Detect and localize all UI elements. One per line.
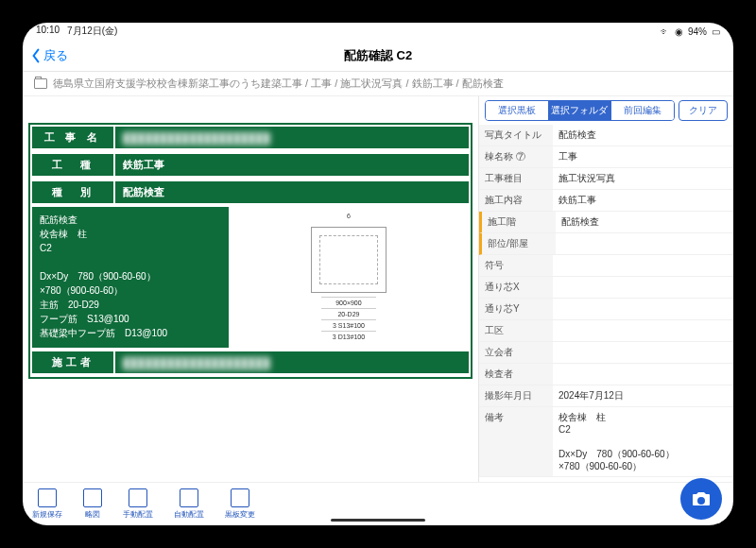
field-value: 校舎棟 柱 C2 Dx×Dy 780（900-60-60） ×780（900-6…: [553, 407, 733, 476]
field-label: 写真タイトル: [479, 125, 553, 146]
status-bar: 10:107月12日(金) ᯤ◉94%▭: [23, 23, 733, 40]
toolbar-icon: [83, 488, 102, 507]
field-row[interactable]: 通り芯X: [479, 277, 733, 299]
breadcrumb: 徳島県立国府支援学校校舎棟新築工事のうち建築工事 / 工事 / 施工状況写真 /…: [23, 72, 733, 96]
toolbar-icon: [231, 488, 249, 507]
field-value: 施工状況写真: [553, 168, 733, 189]
field-value: [553, 320, 733, 341]
field-row[interactable]: 検査者: [479, 364, 733, 385]
seg-lastedit[interactable]: 前回編集: [611, 101, 674, 120]
field-label: 検査者: [479, 364, 553, 385]
field-label: 通り芯Y: [479, 299, 553, 319]
status-time: 10:10: [36, 25, 60, 38]
field-value: [553, 364, 733, 385]
toolbar-黒板変更[interactable]: 黒板変更: [225, 488, 255, 520]
field-row[interactable]: 棟名称 ⑦工事: [479, 146, 733, 168]
left-pane: 工 事 名████████████████████ 工 種鉄筋工事 種 別配筋検…: [23, 96, 478, 482]
bb-diagram: 6 900×900 20-D29 3 S13#100 3 D13#100: [229, 207, 469, 348]
field-value: 鉄筋工事: [553, 190, 733, 211]
bb-name-value: ████████████████████: [115, 125, 471, 150]
toolbar-icon: [180, 488, 198, 507]
toolbar-略図[interactable]: 略図: [83, 488, 102, 520]
bb-contractor-label: 施工者: [30, 350, 115, 375]
toolbar-手動配置[interactable]: 手動配置: [123, 488, 153, 520]
field-value: [556, 233, 733, 254]
field-row[interactable]: 施工階配筋検査: [479, 212, 733, 233]
back-label: 戻る: [43, 47, 68, 64]
field-label: 棟名称 ⑦: [479, 146, 553, 167]
blackboard[interactable]: 工 事 名████████████████████ 工 種鉄筋工事 種 別配筋検…: [28, 123, 472, 379]
field-label: 備考: [479, 407, 553, 476]
camera-button[interactable]: [680, 478, 722, 520]
back-button[interactable]: 戻る: [23, 47, 68, 64]
field-row[interactable]: 撮影年月日2024年7月12日: [479, 385, 733, 407]
field-row[interactable]: 備考校舎棟 柱 C2 Dx×Dy 780（900-60-60） ×780（900…: [479, 407, 733, 477]
bb-kind-label: 種 別: [30, 180, 115, 205]
toolbar-icon: [38, 488, 57, 507]
home-indicator[interactable]: [331, 519, 425, 522]
toolbar-新規保存[interactable]: 新規保存: [32, 488, 62, 520]
wifi-icon: ᯤ: [661, 26, 670, 37]
field-value: 配筋検査: [556, 212, 733, 232]
battery-icon: ◉: [675, 26, 683, 37]
field-row[interactable]: 施工内容鉄筋工事: [479, 190, 733, 212]
field-label: 施工階: [482, 212, 556, 232]
breadcrumb-path: 徳島県立国府支援学校校舎棟新築工事のうち建築工事 / 工事 / 施工状況写真 /…: [53, 77, 504, 91]
page-title: 配筋確認 C2: [23, 47, 733, 64]
status-date: 7月12日(金): [67, 25, 117, 38]
field-value: 2024年7月12日: [553, 385, 733, 406]
toolbar-自動配置[interactable]: 自動配置: [174, 488, 204, 520]
field-value: 工事: [553, 146, 733, 167]
segment-control[interactable]: 選択黒板 選択フォルダ 前回編集: [485, 100, 675, 121]
field-value: [553, 277, 733, 298]
field-value: [553, 255, 733, 276]
field-row[interactable]: 部位/部屋: [479, 233, 733, 255]
field-value: [553, 299, 733, 319]
field-label: 部位/部屋: [482, 233, 556, 254]
field-row[interactable]: 写真タイトル配筋検査: [479, 125, 733, 146]
clear-button[interactable]: クリア: [679, 100, 728, 121]
bb-name-label: 工 事 名: [30, 125, 115, 150]
field-label: 立会者: [479, 342, 553, 363]
battery-pct: 94%: [688, 26, 707, 37]
bb-contractor-value: ████████████████████: [115, 350, 471, 375]
field-row[interactable]: 工事種目施工状況写真: [479, 168, 733, 190]
bb-kind-value: 配筋検査: [115, 180, 471, 205]
right-pane: 選択黒板 選択フォルダ 前回編集 クリア 写真タイトル配筋検査棟名称 ⑦工事工事…: [478, 96, 733, 482]
field-row[interactable]: 符号: [479, 255, 733, 277]
seg-blackboard[interactable]: 選択黒板: [486, 101, 548, 120]
field-label: 通り芯X: [479, 277, 553, 298]
bb-type-label: 工 種: [30, 152, 115, 178]
field-value: [553, 342, 733, 363]
field-row[interactable]: 工区: [479, 320, 733, 342]
bb-body-text: 配筋検査 校舎棟 柱 C2 Dx×Dy 780（900-60-60） ×780（…: [32, 207, 229, 348]
field-label: 工事種目: [479, 168, 553, 189]
field-label: 施工内容: [479, 190, 553, 211]
nav-bar: 戻る 配筋確認 C2: [23, 40, 733, 72]
seg-folder[interactable]: 選択フォルダ: [548, 101, 610, 120]
field-label: 符号: [479, 255, 553, 276]
bb-type-value: 鉄筋工事: [115, 152, 471, 178]
field-label: 工区: [479, 320, 553, 341]
field-row[interactable]: 通り芯Y: [479, 299, 733, 320]
toolbar-icon: [129, 488, 147, 507]
folder-icon: [34, 78, 47, 89]
field-value: 配筋検査: [553, 125, 733, 146]
field-row[interactable]: 立会者: [479, 342, 733, 364]
field-label: 撮影年月日: [479, 385, 553, 406]
